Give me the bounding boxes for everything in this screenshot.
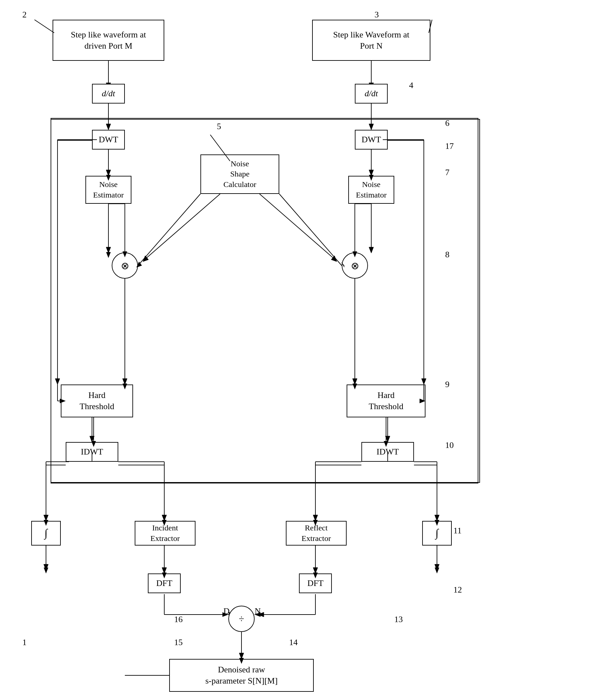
ddt-right-block: d/dt [355,84,388,104]
svg-marker-47 [44,564,48,570]
svg-marker-36 [44,515,48,521]
hard-thresh-left-block: HardThreshold [61,385,133,417]
connections-svg [0,0,595,700]
dft-left-block: DFT [148,573,181,593]
label-6: 6 [445,118,449,128]
mult-left-block: ⊗ [112,252,138,279]
svg-marker-33 [386,436,390,442]
pointer-lines [0,0,595,700]
waveform-n-label: Step like Waveform atPort N [333,29,409,52]
svg-marker-49 [435,564,439,570]
label-1: 1 [22,638,27,647]
label-14: 14 [289,638,298,647]
noise-est-right-label: NoiseEstimator [356,179,386,200]
svg-line-70 [279,194,342,265]
ddt-right-label: d/dt [365,88,378,99]
mult-right-label: ⊗ [351,260,359,272]
integral-right-label: ∫ [435,526,438,540]
idwt-left-block: IDWT [66,442,118,462]
idwt-right-label: IDWT [376,446,399,457]
svg-marker-12 [55,379,60,385]
hard-thresh-right-label: HardThreshold [369,390,403,412]
svg-marker-14 [369,170,373,176]
label-9: 9 [445,380,449,389]
ddt-left-block: d/dt [92,84,125,104]
svg-marker-31 [90,436,94,442]
label-7: 7 [445,168,449,177]
reflect-extractor-block: ReflectExtractor [286,521,347,545]
svg-marker-42 [313,515,318,521]
label-2: 2 [22,10,27,20]
diagram: 2 3 4 5 6 7 8 9 10 11 12 13 14 15 16 17 … [0,0,595,700]
svg-line-24 [259,194,335,260]
svg-marker-21 [369,247,373,253]
svg-marker-65 [106,252,111,258]
integral-right-block: ∫ [422,521,452,545]
idwt-left-label: IDWT [81,446,103,457]
noise-shape-block: NoiseShapeCalculator [200,155,279,194]
mult-right-block: ⊗ [342,252,368,279]
svg-marker-51 [162,567,167,573]
label-5: 5 [217,121,221,132]
noise-shape-label: NoiseShapeCalculator [223,159,256,190]
dwt-left-block: DWT [92,130,125,149]
incident-extractor-label: IncidentExtractor [150,523,180,543]
hard-thresh-right-block: HardThreshold [347,385,425,417]
integral-left-label: ∫ [44,526,47,540]
svg-marker-45 [435,515,439,521]
noise-est-left-block: NoiseEstimator [85,176,132,204]
noise-est-right-block: NoiseEstimator [348,176,394,204]
svg-marker-53 [313,567,318,573]
label-15: 15 [174,638,183,647]
label-4: 4 [409,81,413,90]
label-12: 12 [453,585,462,595]
mult-left-label: ⊗ [121,260,129,272]
label-3: 3 [374,10,379,20]
waveform-m-block: Step like waveform atdriven Port M [53,20,164,61]
label-10: 10 [445,440,454,450]
label-13: 13 [394,615,403,624]
output-label: Denoised raws-parameter S[N][M] [205,664,278,687]
svg-line-68 [138,194,200,265]
waveform-n-block: Step like Waveform atPort N [312,20,430,61]
divider-block: ÷ [228,606,255,632]
svg-marker-3 [106,124,111,130]
svg-marker-17 [422,379,426,385]
svg-marker-29 [352,379,357,385]
svg-line-66 [34,20,54,33]
label-11: 11 [453,526,462,536]
hard-thresh-left-label: HardThreshold [80,390,114,412]
label-8: 8 [445,250,449,260]
svg-marker-27 [122,379,127,385]
dwt-right-label: DWT [361,134,381,145]
divider-label: ÷ [239,613,244,624]
svg-marker-9 [106,170,111,176]
dwt-right-block: DWT [355,130,388,149]
incident-extractor-block: IncidentExtractor [135,521,196,545]
integral-left-block: ∫ [31,521,61,545]
svg-marker-61 [239,653,244,659]
dft-right-label: DFT [307,578,323,589]
label-16: 16 [174,615,183,624]
noise-est-left-label: NoiseEstimator [93,179,123,200]
svg-marker-73 [44,567,48,573]
svg-marker-7 [369,124,373,130]
svg-line-22 [145,194,220,260]
label-N: N [255,606,261,616]
dwt-left-label: DWT [98,134,118,145]
waveform-m-label: Step like waveform atdriven Port M [71,29,146,52]
reflect-extractor-label: ReflectExtractor [302,523,331,543]
svg-marker-39 [162,515,167,521]
dft-right-block: DFT [299,573,332,593]
ddt-left-label: d/dt [102,88,115,99]
svg-marker-75 [435,567,439,573]
svg-marker-23 [143,256,148,261]
idwt-right-block: IDWT [361,442,414,462]
dft-left-label: DFT [156,578,172,589]
label-17: 17 [445,141,454,151]
svg-marker-25 [331,256,337,261]
svg-marker-19 [106,247,111,253]
output-block: Denoised raws-parameter S[N][M] [169,659,314,692]
